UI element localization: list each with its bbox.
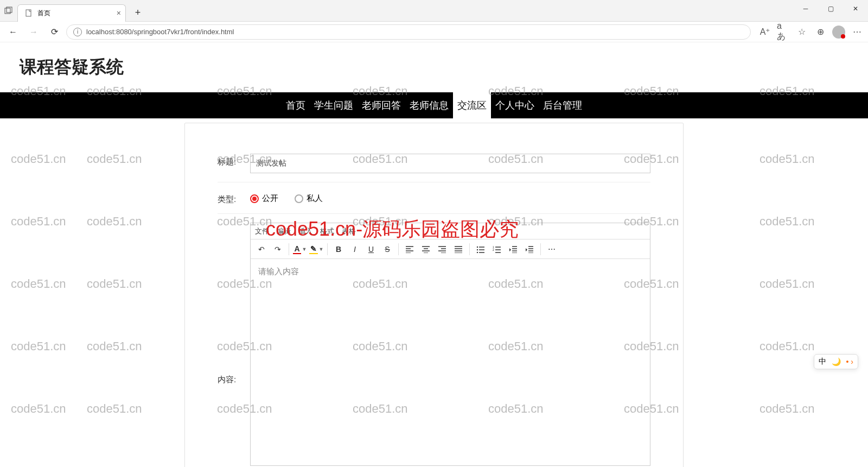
- site-title: 课程答疑系统: [20, 55, 848, 79]
- minimize-button[interactable]: ─: [793, 0, 818, 17]
- maximize-button[interactable]: ▢: [818, 0, 843, 17]
- undo-button[interactable]: ↶: [254, 242, 269, 257]
- ime-toolbar[interactable]: 中 🌙 • ›: [814, 354, 858, 369]
- redo-button[interactable]: ↷: [270, 242, 285, 257]
- ime-lang[interactable]: 中: [819, 357, 826, 367]
- editor-menu-1[interactable]: 编辑: [277, 226, 291, 236]
- collections-icon[interactable]: ⊕: [814, 26, 827, 39]
- rich-editor: 文件编辑插入格式表格 ↶ ↷ A▼ ✎▼ B I U S: [250, 223, 650, 466]
- editor-menu-3[interactable]: 格式: [320, 226, 334, 236]
- nav-item-5[interactable]: 个人中心: [491, 92, 539, 118]
- url-text: localhost:8080/springboot7vkr1/front/ind…: [86, 28, 234, 36]
- radio-circle-icon: [295, 194, 303, 203]
- back-button[interactable]: ←: [4, 23, 22, 41]
- nav-item-0[interactable]: 首页: [282, 92, 310, 118]
- italic-button[interactable]: I: [347, 242, 362, 257]
- editor-toolbar: ↶ ↷ A▼ ✎▼ B I U S 12: [251, 239, 650, 259]
- editor-menubar: 文件编辑插入格式表格: [251, 223, 650, 239]
- align-right-button[interactable]: [435, 242, 450, 257]
- address-bar: ← → ⟳ i localhost:8080/springboot7vkr1/f…: [0, 22, 868, 42]
- title-row: 标题:: [218, 145, 650, 182]
- forward-button: →: [25, 23, 42, 41]
- reader-icon[interactable]: A⁺: [758, 26, 771, 39]
- type-label: 类型:: [218, 191, 250, 205]
- window-controls: ─ ▢ ✕: [793, 0, 868, 17]
- more-button[interactable]: ⋯: [544, 242, 559, 257]
- title-input[interactable]: [250, 154, 650, 173]
- content-label: 内容:: [218, 223, 250, 385]
- radio-circle-icon: [250, 194, 259, 203]
- bg-color-button[interactable]: ✎▼: [309, 242, 324, 257]
- refresh-button[interactable]: ⟳: [46, 23, 63, 41]
- text-color-button[interactable]: A▼: [292, 242, 308, 257]
- tab-close-icon[interactable]: ×: [117, 9, 121, 17]
- profile-avatar[interactable]: [832, 26, 845, 39]
- favorite-icon[interactable]: ☆: [795, 26, 808, 39]
- title-label: 标题:: [218, 154, 250, 167]
- new-tab-button[interactable]: +: [130, 5, 145, 21]
- tab-title: 首页: [37, 9, 50, 18]
- site-header: 课程答疑系统: [0, 42, 868, 92]
- nav-item-6[interactable]: 后台管理: [539, 92, 586, 118]
- svg-point-4: [477, 249, 478, 250]
- nav-item-2[interactable]: 老师回答: [358, 92, 405, 118]
- svg-point-3: [477, 246, 478, 247]
- ime-moon-icon[interactable]: 🌙: [832, 357, 841, 366]
- close-button[interactable]: ✕: [843, 0, 868, 17]
- editor-menu-0[interactable]: 文件: [255, 226, 269, 236]
- number-list-button[interactable]: 12: [489, 242, 505, 257]
- align-center-button[interactable]: [418, 242, 433, 257]
- bullet-list-button[interactable]: [473, 242, 488, 257]
- svg-text:2: 2: [493, 248, 494, 251]
- indent-button[interactable]: [522, 242, 537, 257]
- window-tabs-icon[interactable]: [4, 7, 13, 15]
- editor-menu-2[interactable]: 插入: [298, 226, 312, 236]
- url-input[interactable]: i localhost:8080/springboot7vkr1/front/i…: [66, 24, 751, 40]
- radio-label: 公开: [262, 193, 278, 204]
- svg-point-5: [477, 251, 478, 253]
- radio-private[interactable]: 私人: [295, 193, 323, 204]
- page-icon: [24, 9, 33, 17]
- strike-button[interactable]: S: [380, 242, 395, 257]
- radio-label: 私人: [307, 193, 323, 204]
- svg-rect-2: [26, 10, 31, 16]
- editor-body[interactable]: 请输入内容: [251, 259, 650, 465]
- translate-icon[interactable]: aあ: [777, 26, 790, 39]
- menu-icon[interactable]: ⋯: [851, 26, 864, 39]
- browser-tab-bar: 首页 × + ─ ▢ ✕: [0, 0, 868, 22]
- content-area: 标题: 类型: 公开私人 内容: 文件编辑插入格式表格 ↶ ↷ A▼ ✎▼ B …: [0, 118, 868, 467]
- radio-public[interactable]: 公开: [250, 193, 278, 204]
- ime-more[interactable]: • ›: [846, 357, 853, 366]
- type-row: 类型: 公开私人: [218, 182, 650, 214]
- editor-menu-4[interactable]: 表格: [342, 226, 356, 236]
- align-justify-button[interactable]: [451, 242, 466, 257]
- bold-button[interactable]: B: [331, 242, 346, 257]
- post-form-panel: 标题: 类型: 公开私人 内容: 文件编辑插入格式表格 ↶ ↷ A▼ ✎▼ B …: [184, 123, 684, 467]
- nav-item-4[interactable]: 交流区: [453, 92, 491, 118]
- content-row: 内容: 文件编辑插入格式表格 ↶ ↷ A▼ ✎▼ B I U S: [218, 214, 650, 467]
- site-info-icon[interactable]: i: [73, 28, 82, 36]
- align-left-button[interactable]: [402, 242, 417, 257]
- outdent-button[interactable]: [506, 242, 521, 257]
- nav-item-1[interactable]: 学生问题: [310, 92, 358, 118]
- main-nav: 首页学生问题老师回答老师信息交流区个人中心后台管理: [0, 92, 868, 118]
- browser-tab[interactable]: 首页 ×: [17, 4, 126, 22]
- nav-item-3[interactable]: 老师信息: [405, 92, 453, 118]
- underline-button[interactable]: U: [363, 242, 379, 257]
